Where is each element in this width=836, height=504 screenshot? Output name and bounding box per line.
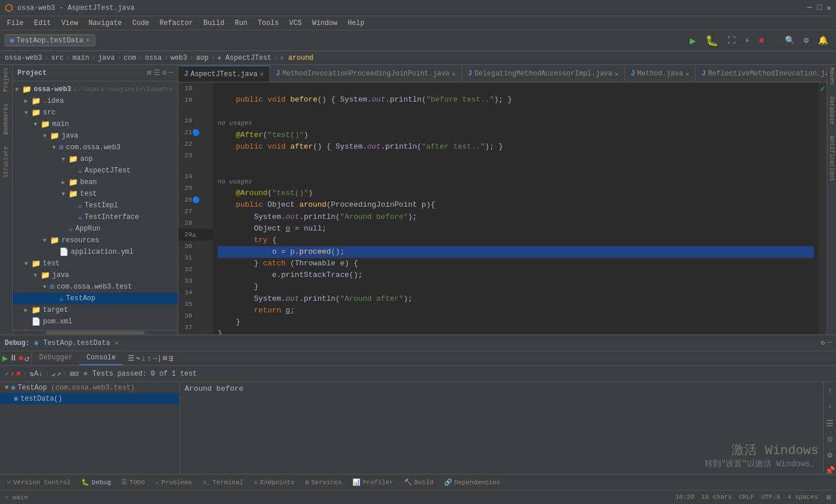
tree-item-target[interactable]: ▶ 📁 target (13, 304, 178, 316)
sidebar-tool-1[interactable]: ⊞ (147, 69, 151, 77)
structure-label[interactable]: Structure (3, 146, 9, 178)
debug-pin-btn[interactable]: 📌 (823, 464, 836, 474)
search-button[interactable]: 🔍 (781, 34, 798, 46)
menu-run[interactable]: Run (230, 18, 252, 28)
tree-item-java-test[interactable]: ▼ 📁 java (13, 269, 178, 281)
title-bar-controls[interactable]: ─ □ ✕ (808, 3, 831, 13)
tree-item-test[interactable]: ▼ 📁 test (13, 258, 178, 269)
menu-help[interactable]: Help (343, 18, 369, 28)
tab-close-icon-3[interactable]: ✕ (615, 70, 619, 78)
terminal-btn[interactable]: >_ Terminal (198, 477, 248, 488)
tree-item-testimpl[interactable]: ☕ TestImpl (13, 200, 178, 211)
version-control-btn[interactable]: ⑂ Version Control (2, 477, 75, 488)
run-to-cursor-btn[interactable]: →| (153, 354, 162, 363)
profiler-btn[interactable]: 📊 Profiler (348, 477, 398, 488)
menu-navigate[interactable]: Navigate (84, 18, 127, 28)
tree-item-yml[interactable]: 📄 application.yml (13, 246, 178, 258)
tree-item-testinterface[interactable]: ☕ TestInterface (13, 211, 178, 223)
rerun-tests-btn[interactable]: ✓ (5, 369, 9, 379)
profile-button[interactable]: ⚡ (741, 34, 753, 46)
maximize-button[interactable]: □ (817, 3, 821, 13)
stop-debug-btn[interactable]: ■ (19, 354, 23, 363)
menu-build[interactable]: Build (199, 18, 229, 28)
debug-session-close[interactable]: ✕ (115, 339, 119, 347)
tab-method[interactable]: J Method.java ✕ (625, 66, 696, 82)
tree-item-root[interactable]: ▼ 📁 ossa-web3 C:\Users\sunjinxin\IdeaPro (13, 84, 178, 95)
sidebar-tool-3[interactable]: ⚙ (163, 69, 167, 77)
breadcrumb-aop[interactable]: aop (196, 54, 209, 62)
project-panel-label[interactable]: Project (3, 67, 9, 92)
step-over-btn[interactable]: ↷ (136, 354, 140, 363)
sidebar-tool-4[interactable]: ─ (169, 69, 173, 77)
tree-item-package-test[interactable]: ▼ ⊞ com.ossa.web3.test (13, 281, 178, 293)
tree-item-main[interactable]: ▼ 📁 main (13, 118, 178, 130)
debug-tab-debugger[interactable]: Debugger (32, 351, 80, 365)
menu-refactor[interactable]: Refactor (155, 18, 198, 28)
tree-item-aop[interactable]: ▼ 📁 aop (13, 153, 178, 165)
step-out-btn[interactable]: ↑ (147, 354, 152, 363)
export-btn[interactable]: ↗ (56, 369, 61, 379)
tab-close-icon[interactable]: ✕ (260, 70, 264, 78)
services-btn[interactable]: ⚙ Services (300, 477, 346, 488)
tab-methodinvocation[interactable]: J MethodInvocationProceedingJoinPoint.ja… (270, 66, 462, 82)
build-btn[interactable]: 🔨 Build (399, 477, 438, 488)
debug-tab-console[interactable]: Console (80, 351, 122, 365)
tab-close-icon-2[interactable]: ✕ (452, 70, 456, 78)
breadcrumb-web3[interactable]: web3 (171, 54, 188, 62)
debug-filter-btn[interactable]: ⚙ (826, 448, 834, 462)
run-config-dropdown-icon[interactable]: ▾ (85, 36, 89, 45)
breadcrumb-main[interactable]: main (73, 54, 89, 62)
debug-minimize-icon[interactable]: ─ (827, 339, 831, 347)
problems-btn[interactable]: ⚠ Problems (150, 477, 196, 488)
tree-item-pom[interactable]: 📄 pom.xml (13, 316, 178, 327)
tree-item-src[interactable]: ▼ 📁 src (13, 107, 178, 118)
breadcrumb-project[interactable]: ossa-web3 (5, 54, 42, 62)
tree-item-test-folder[interactable]: ▼ 📁 test (13, 188, 178, 200)
tree-item-package[interactable]: ▼ ⊞ com.ossa.web3 (13, 142, 178, 153)
coverage-button[interactable]: ⛶ (724, 35, 739, 46)
menu-code[interactable]: Code (128, 18, 154, 28)
bookmarks-label[interactable]: Bookmarks (3, 103, 9, 135)
todo-btn[interactable]: ☰ TODO (117, 477, 149, 488)
debug-restore-btn[interactable]: ↑ (826, 384, 834, 397)
status-encoding[interactable]: CRLF (739, 494, 754, 501)
database-label[interactable]: Database (828, 96, 835, 124)
breadcrumb-around[interactable]: ⊛ around (280, 54, 314, 62)
debug-session-name[interactable]: TestAop.testData (43, 339, 110, 347)
debug-down-btn[interactable]: ↓ (826, 399, 834, 412)
expand-all-btn[interactable]: ⊞ (70, 369, 74, 379)
breadcrumb-src[interactable]: src (51, 54, 64, 62)
run-button[interactable]: ▶ (686, 33, 700, 48)
debug-float-btn[interactable]: ⊡ (826, 433, 834, 446)
run-failed-btn[interactable]: ✗ (10, 369, 15, 379)
run-config-selector[interactable]: ◉ TestAop.testData ▾ (5, 34, 95, 46)
tab-aspectjtest[interactable]: J AspectJTest.java ✕ (178, 66, 270, 82)
stop-button[interactable]: ■ (755, 35, 767, 46)
breadcrumb-java[interactable]: java (98, 54, 115, 62)
tab-delegating[interactable]: J DelegatingMethodAccessorImpl.java ✕ (462, 66, 625, 82)
debug-tool-btn[interactable]: 🐛 Debug (77, 477, 116, 488)
debug-button[interactable]: 🐛 (702, 33, 722, 48)
breadcrumb-com[interactable]: com (124, 54, 136, 62)
frame-testdata[interactable]: ◉ testData() (0, 393, 179, 404)
breadcrumb-ossa[interactable]: ossa (145, 54, 162, 62)
tree-item-bean[interactable]: ▶ 📁 bean (13, 177, 178, 188)
import-btn[interactable]: ↙ (52, 369, 56, 379)
frame-testaop[interactable]: ▼ ◉ TestAop (com.ossa.web3.test) (0, 382, 179, 393)
notifications-label[interactable]: Notifications (828, 136, 835, 181)
pause-btn[interactable]: ⏸ (9, 354, 17, 363)
tab-reflective[interactable]: J ReflectiveMethodInvocation.java ✕ (696, 66, 827, 82)
menu-vcs[interactable]: VCS (284, 18, 307, 28)
menu-tools[interactable]: Tools (253, 18, 283, 28)
status-git[interactable]: ⑂ main (5, 494, 28, 501)
debug-settings-icon[interactable]: ⚙ (821, 339, 825, 347)
notification-button[interactable]: 🔔 (815, 34, 831, 46)
menu-view[interactable]: View (57, 18, 83, 28)
tab-close-icon-4[interactable]: ✕ (686, 70, 690, 78)
menu-window[interactable]: Window (308, 18, 342, 28)
menu-edit[interactable]: Edit (30, 18, 56, 28)
debug-settings2-btn[interactable]: ☰ (824, 417, 835, 430)
evaluate-btn[interactable]: ⊞ (163, 354, 168, 363)
dependencies-btn[interactable]: 🔗 Dependencies (439, 477, 505, 488)
close-button[interactable]: ✕ (827, 3, 831, 13)
